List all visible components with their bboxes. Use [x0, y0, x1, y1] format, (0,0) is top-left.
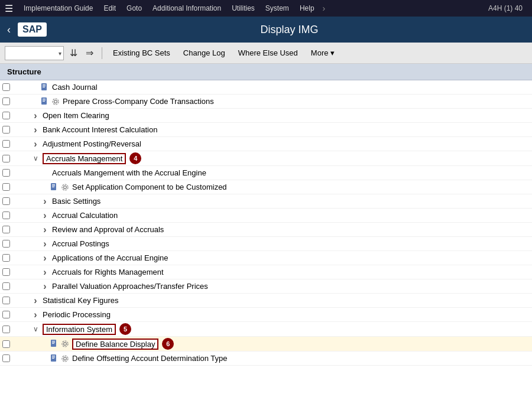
row-label[interactable]: Define Balance Display [76, 340, 155, 349]
back-button[interactable]: ‹ [7, 24, 11, 36]
checkbox-input[interactable] [2, 297, 10, 304]
checkbox-input[interactable] [2, 112, 10, 119]
row-checkbox [0, 83, 12, 91]
menu-overflow-icon: › [323, 4, 326, 13]
change-log-button[interactable]: Change Log [179, 47, 230, 59]
expand-icon[interactable]: › [40, 267, 50, 278]
existing-bc-sets-button[interactable]: Existing BC Sets [108, 47, 175, 59]
checkbox-input[interactable] [2, 83, 10, 91]
row-label[interactable]: Accruals Management [46, 154, 122, 163]
menu-implementation-guide[interactable]: Implementation Guide [19, 2, 98, 15]
row-label[interactable]: Adjustment Posting/Reversal [43, 139, 141, 148]
row-checkbox [0, 140, 12, 148]
row-label[interactable]: Accruals Mangement with the Accrual Engi… [52, 168, 206, 177]
structure-header: Structure [0, 64, 532, 80]
step-badge: 6 [162, 338, 174, 350]
gear-icon [60, 354, 70, 363]
menu-system[interactable]: System [261, 2, 294, 15]
where-else-used-button[interactable]: Where Else Used [233, 47, 303, 59]
checkbox-input[interactable] [2, 354, 10, 362]
svg-rect-3 [43, 87, 45, 87]
expand-icon[interactable]: › [40, 253, 50, 263]
row-icons [40, 83, 50, 92]
svg-rect-17 [52, 341, 55, 341]
tree-row: ›Periodic Processing [0, 308, 532, 322]
checkbox-input[interactable] [2, 183, 10, 191]
row-icons [40, 97, 60, 106]
expand-icon[interactable]: › [31, 310, 40, 320]
expand-icon[interactable]: › [40, 210, 50, 221]
row-label[interactable]: Cash Journal [52, 83, 98, 92]
checkbox-input[interactable] [2, 211, 10, 219]
collapse-all-button[interactable]: ⇊ [67, 46, 80, 60]
expand-icon[interactable]: › [31, 125, 40, 135]
row-label[interactable]: Accrual Postings [52, 239, 109, 248]
gear-icon [60, 183, 70, 192]
row-label[interactable]: Basic Settings [52, 197, 100, 206]
svg-rect-11 [52, 184, 55, 185]
row-label[interactable]: Open Item Clearing [43, 111, 109, 120]
checkbox-input[interactable] [2, 326, 10, 333]
expand-icon[interactable]: › [40, 196, 50, 207]
expand-icon[interactable]: › [40, 239, 50, 249]
row-checkbox [0, 254, 12, 262]
checkbox-input[interactable] [2, 155, 10, 162]
checkbox-input[interactable] [2, 311, 10, 318]
tree-row: ∨Accruals Management4 [0, 151, 532, 166]
row-label[interactable]: Review and Approval of Accruals [52, 225, 164, 234]
row-label[interactable]: Accruals for Rights Management [52, 268, 164, 276]
checkbox-input[interactable] [2, 226, 10, 233]
expand-icon[interactable]: › [31, 295, 40, 306]
checkbox-input[interactable] [2, 169, 10, 177]
expand-icon[interactable]: › [40, 281, 50, 292]
menu-utilities[interactable]: Utilities [227, 2, 259, 15]
checkbox-input[interactable] [2, 254, 10, 262]
expand-icon[interactable]: ∨ [31, 325, 40, 333]
gear-icon [60, 339, 70, 349]
checkbox-input[interactable] [2, 140, 10, 148]
checkbox-input[interactable] [2, 268, 10, 276]
select-wrapper [5, 46, 64, 60]
row-icons [50, 183, 70, 192]
document-icon [40, 97, 50, 106]
row-checkbox [0, 240, 12, 248]
row-label[interactable]: Define Offsetting Account Determination … [72, 354, 228, 363]
more-button[interactable]: More ▾ [306, 47, 339, 59]
svg-point-21 [62, 341, 68, 347]
checkbox-input[interactable] [2, 240, 10, 248]
menu-additional-information[interactable]: Additional Information [148, 2, 226, 15]
menu-edit[interactable]: Edit [99, 2, 121, 15]
row-label[interactable]: Applications of the Accrual Engine [52, 253, 168, 262]
document-icon [50, 339, 59, 349]
checkbox-input[interactable] [2, 126, 10, 134]
toolbar-select[interactable] [5, 46, 64, 60]
expand-icon[interactable]: ∨ [31, 154, 40, 162]
step-badge: 5 [119, 323, 131, 335]
checkbox-input[interactable] [2, 197, 10, 205]
row-checkbox [0, 97, 12, 105]
menu-help[interactable]: Help [295, 2, 319, 15]
row-label[interactable]: Accrual Calculation [52, 211, 118, 220]
row-label[interactable]: Statistical Key Figures [43, 296, 119, 305]
row-label[interactable]: Periodic Processing [43, 310, 111, 319]
boxed-label: Define Balance Display [72, 339, 158, 350]
checkbox-input[interactable] [2, 97, 10, 105]
menu-goto[interactable]: Goto [122, 2, 147, 15]
expand-icon[interactable]: › [31, 139, 40, 149]
expand-icon[interactable]: › [40, 224, 50, 235]
hamburger-menu[interactable]: ☰ [5, 3, 13, 14]
checkbox-input[interactable] [2, 340, 10, 348]
row-checkbox [0, 354, 12, 362]
expand-all-button[interactable]: ⇒ [83, 46, 96, 60]
expand-icon[interactable]: › [31, 110, 40, 121]
checkbox-input[interactable] [2, 282, 10, 290]
row-checkbox [0, 226, 12, 233]
row-label[interactable]: Parallel Valuation Approaches/Transfer P… [52, 282, 208, 291]
tree-row: ›Statistical Key Figures [0, 294, 532, 308]
session-info: A4H (1) 40 [484, 4, 527, 12]
row-label[interactable]: Bank Account Interest Calculation [43, 125, 157, 134]
row-label[interactable]: Prepare Cross-Company Code Transactions [63, 97, 214, 106]
row-label[interactable]: Information System [46, 325, 112, 334]
document-icon [50, 354, 59, 363]
row-label[interactable]: Set Application Component to be Customiz… [72, 183, 227, 191]
